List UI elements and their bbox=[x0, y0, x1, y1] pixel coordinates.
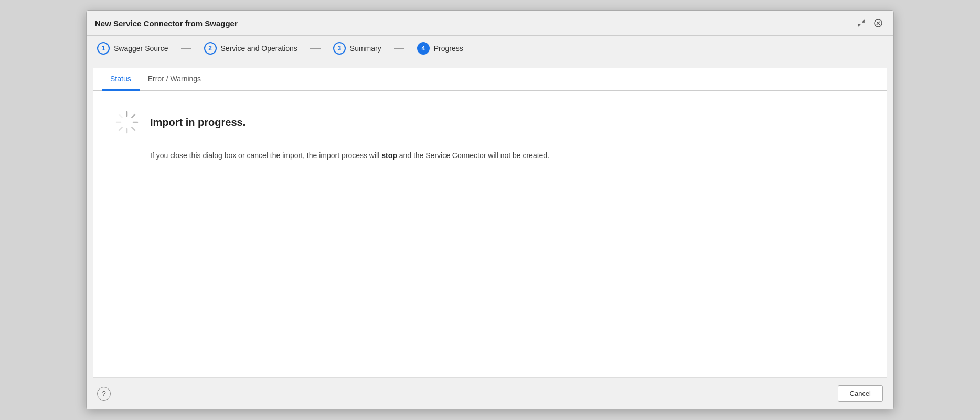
step-separator-3 bbox=[394, 48, 404, 49]
step-3[interactable]: 3 Summary bbox=[333, 42, 381, 55]
step-2-circle: 2 bbox=[204, 42, 217, 55]
close-button[interactable] bbox=[871, 16, 885, 30]
step-1-label: Swagger Source bbox=[114, 44, 168, 52]
step-4-label: Progress bbox=[434, 44, 463, 52]
titlebar-buttons bbox=[855, 16, 885, 30]
step-4[interactable]: 4 Progress bbox=[417, 42, 463, 55]
step-4-circle: 4 bbox=[417, 42, 430, 55]
minimize-icon bbox=[857, 19, 866, 27]
close-icon bbox=[874, 19, 882, 27]
dialog: New Service Connector from Swagger bbox=[86, 10, 894, 410]
tab-status[interactable]: Status bbox=[102, 68, 140, 91]
dialog-content: Status Error / Warnings bbox=[93, 68, 887, 378]
import-header: Import in progress. bbox=[114, 110, 866, 135]
step-2-label: Service and Operations bbox=[221, 44, 297, 52]
cancel-button[interactable]: Cancel bbox=[838, 385, 883, 402]
dialog-title: New Service Connector from Swagger bbox=[95, 19, 238, 28]
import-description: If you close this dialog box or cancel t… bbox=[150, 150, 866, 162]
dialog-titlebar: New Service Connector from Swagger bbox=[87, 11, 893, 36]
tab-errors-warnings[interactable]: Error / Warnings bbox=[140, 68, 209, 91]
tab-content-status: Import in progress. If you close this di… bbox=[93, 91, 887, 377]
help-button[interactable]: ? bbox=[97, 387, 111, 401]
svg-line-10 bbox=[119, 127, 122, 130]
svg-line-12 bbox=[119, 114, 122, 118]
step-separator-1 bbox=[181, 48, 191, 49]
step-2[interactable]: 2 Service and Operations bbox=[204, 42, 297, 55]
svg-line-8 bbox=[132, 127, 135, 130]
tabs-bar: Status Error / Warnings bbox=[93, 68, 887, 91]
minimize-button[interactable] bbox=[855, 16, 868, 30]
spinner-icon bbox=[114, 110, 140, 135]
step-separator-2 bbox=[310, 48, 321, 49]
svg-line-6 bbox=[132, 114, 135, 118]
stepper: 1 Swagger Source 2 Service and Operation… bbox=[87, 36, 893, 61]
step-3-label: Summary bbox=[350, 44, 381, 52]
step-3-circle: 3 bbox=[333, 42, 346, 55]
import-title: Import in progress. bbox=[150, 117, 246, 129]
step-1-circle: 1 bbox=[97, 42, 110, 55]
step-1[interactable]: 1 Swagger Source bbox=[97, 42, 168, 55]
dialog-footer: ? Cancel bbox=[87, 378, 893, 409]
